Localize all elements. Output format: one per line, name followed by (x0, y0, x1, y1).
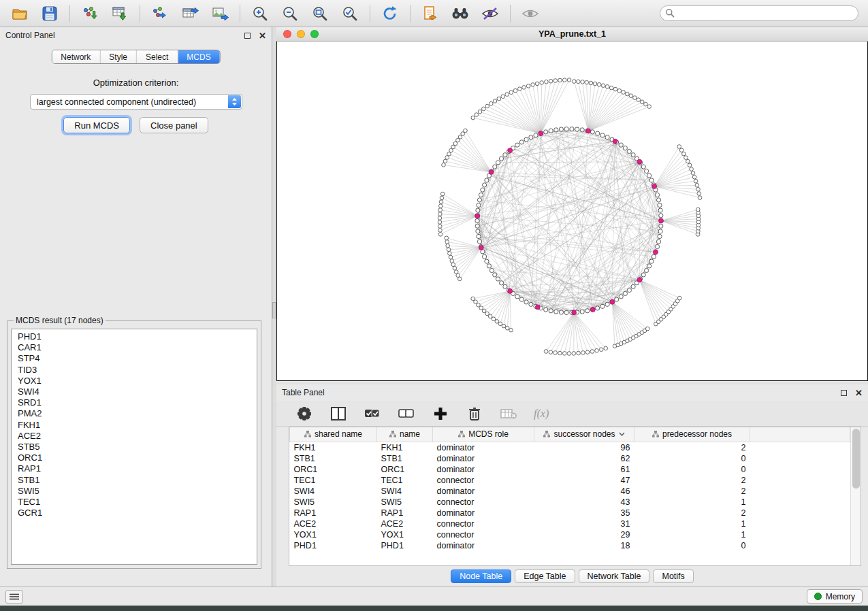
duplicate-network-button[interactable] (420, 3, 440, 24)
table-row[interactable]: FKH1FKH1dominator962 (290, 442, 850, 453)
column-header-MCDS-role[interactable]: MCDS role (433, 427, 534, 442)
mcds-result-item[interactable]: SRD1 (18, 397, 257, 408)
gear-icon (296, 406, 312, 422)
table-row[interactable]: PHD1PHD1dominator180 (290, 540, 850, 551)
panel-menu-button[interactable] (5, 590, 23, 604)
memory-button[interactable]: Memory (807, 589, 863, 604)
run-mcds-button[interactable]: Run MCDS (63, 117, 130, 133)
open-folder-icon (11, 5, 29, 22)
column-header-name[interactable]: name (377, 427, 433, 442)
table-row[interactable]: ORC1ORC1dominator610 (290, 464, 850, 475)
table-panel-titlebar: Table Panel ✕ (276, 384, 868, 401)
zoom-out-button[interactable] (280, 3, 300, 24)
network-canvas[interactable] (276, 42, 868, 381)
zoom-selected-icon (341, 5, 359, 22)
mcds-result-item[interactable]: PHD1 (18, 331, 257, 342)
optimization-criterion-select[interactable]: largest connected component (undirected) (30, 94, 242, 110)
mcds-result-item[interactable]: YOX1 (18, 376, 257, 386)
column-header-successor-nodes[interactable]: successor nodes (534, 427, 634, 442)
mcds-result-item[interactable]: CAR1 (18, 342, 257, 353)
first-neighbors-button[interactable] (450, 3, 470, 24)
select-all-rows-button[interactable] (364, 405, 381, 423)
table-row[interactable]: ACE2ACE2connector311 (290, 518, 850, 529)
apply-preferred-layout-button[interactable] (380, 3, 400, 24)
zoom-fit-content-button[interactable] (310, 3, 330, 24)
table-row[interactable]: SWI5SWI5connector431 (290, 497, 850, 508)
hide-selected-button[interactable] (480, 3, 500, 24)
float-panel-icon[interactable] (244, 33, 251, 39)
export-network-button[interactable] (150, 3, 170, 24)
tab-motifs[interactable]: Motifs (653, 569, 693, 583)
close-window-icon[interactable] (283, 30, 291, 38)
zoom-in-button[interactable] (250, 3, 270, 24)
import-network-from-file-button[interactable] (80, 3, 100, 24)
open-session-button[interactable] (10, 3, 30, 24)
table-row[interactable]: STB1STB1dominator620 (290, 453, 850, 464)
table-options-button[interactable] (295, 405, 313, 423)
network-title: YPA_prune.txt_1 (539, 29, 606, 39)
close-panel-button[interactable]: Close panel (140, 117, 208, 133)
table-scrollbar[interactable] (850, 427, 861, 565)
tab-network-table[interactable]: Network Table (579, 569, 650, 583)
mcds-result-item[interactable]: STB5 (18, 442, 257, 452)
table-row[interactable]: SWI4SWI4dominator462 (290, 486, 850, 497)
import-table-from-file-button[interactable] (110, 3, 130, 24)
mcds-result-fieldset: MCDS result (17 nodes) PHD1CAR1STP4TID3Y… (7, 316, 261, 569)
mcds-result-item[interactable]: SWI4 (18, 386, 257, 397)
optimization-criterion-value: largest connected component (undirected) (37, 97, 196, 107)
search-icon (665, 8, 675, 20)
minimize-window-icon[interactable] (297, 30, 305, 38)
add-row-button[interactable] (432, 405, 449, 423)
tab-edge-table[interactable]: Edge Table (515, 569, 575, 583)
float-table-panel-icon[interactable] (841, 390, 847, 396)
save-session-button[interactable] (39, 3, 60, 24)
mcds-result-item[interactable]: STP4 (18, 353, 257, 364)
mcds-result-item[interactable]: TEC1 (18, 497, 257, 508)
mcds-result-item[interactable]: SWI5 (18, 486, 257, 497)
mcds-result-list[interactable]: PHD1CAR1STP4TID3YOX1SWI4SRD1PMA2FKH1ACE2… (11, 329, 257, 565)
table-row[interactable]: RAP1RAP1dominator352 (290, 508, 850, 518)
mcds-result-item[interactable]: PMA2 (18, 408, 257, 419)
table-row[interactable]: TEC1TEC1connector472 (290, 475, 850, 486)
deselect-all-rows-button[interactable] (398, 405, 415, 423)
tab-select[interactable]: Select (136, 50, 177, 63)
binoculars-icon (451, 5, 470, 22)
splitter-handle[interactable] (272, 302, 276, 318)
export-table-button[interactable] (180, 3, 200, 24)
search-input[interactable] (660, 5, 858, 21)
toolbar-separator (140, 5, 140, 22)
close-panel-icon[interactable]: ✕ (259, 31, 266, 40)
tab-network[interactable]: Network (52, 50, 99, 63)
close-table-panel-icon[interactable]: ✕ (855, 389, 863, 397)
mcds-result-item[interactable]: ACE2 (18, 431, 257, 442)
show-columns-button[interactable] (329, 405, 347, 423)
mcds-result-item[interactable]: STB1 (18, 475, 257, 486)
deselect-all-icon (398, 406, 415, 421)
column-header-predecessor-nodes[interactable]: predecessor nodes (634, 427, 750, 442)
column-header-shared-name[interactable]: shared name (290, 427, 377, 442)
mcds-result-item[interactable]: ORC1 (18, 452, 257, 463)
zoom-out-icon (281, 5, 299, 22)
node-table-header-row: shared namenameMCDS rolesuccessor nodesp… (290, 427, 850, 442)
tab-style[interactable]: Style (99, 50, 136, 63)
table-scrollbar-thumb[interactable] (852, 429, 860, 489)
zoom-selected-region-button[interactable] (340, 3, 360, 24)
mcds-result-item[interactable]: RAP1 (18, 463, 257, 474)
vertical-splitter[interactable] (272, 27, 276, 587)
mcds-result-item[interactable]: TID3 (18, 365, 257, 376)
mcds-result-item[interactable]: FKH1 (18, 420, 257, 431)
delete-row-button[interactable] (466, 405, 483, 423)
delete-table-button[interactable] (500, 405, 517, 423)
mcds-result-item[interactable]: GCR1 (18, 508, 257, 518)
export-image-button[interactable] (210, 3, 230, 24)
tab-mcds[interactable]: MCDS (177, 50, 219, 63)
tab-node-table[interactable]: Node Table (451, 569, 511, 583)
show-all-button[interactable] (520, 3, 541, 24)
control-panel-tabs: NetworkStyleSelectMCDS (51, 50, 220, 64)
control-panel-title: Control Panel (5, 31, 55, 40)
maximize-window-icon[interactable] (310, 30, 319, 38)
table-row[interactable]: YOX1YOX1connector291 (290, 529, 850, 540)
import-table-icon (111, 5, 129, 22)
function-builder-button[interactable]: f(x) (534, 408, 549, 420)
list-menu-icon (10, 593, 19, 600)
